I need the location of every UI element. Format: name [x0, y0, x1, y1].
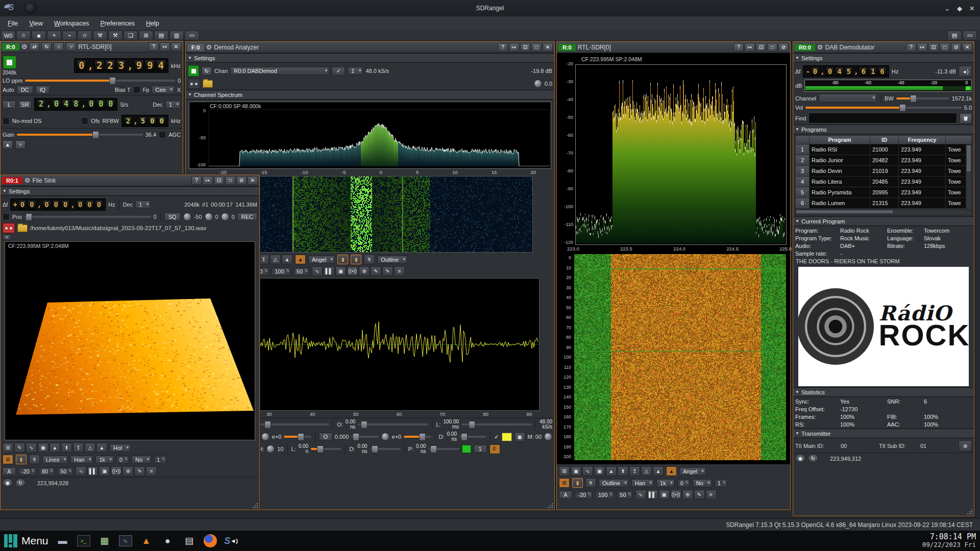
pos-checkbox[interactable] — [3, 213, 10, 220]
trace-ofs-exp-slider[interactable] — [404, 436, 431, 438]
offset-slider[interactable] — [358, 423, 428, 425]
spectrogram-3d[interactable] — [6, 242, 254, 439]
expand-icon[interactable]: □ — [225, 176, 235, 185]
sink-overlap-spin[interactable]: 0 — [116, 456, 129, 464]
apply-channel-button[interactable]: ✓ — [332, 67, 345, 76]
close-icon[interactable]: ✕ — [171, 42, 181, 51]
sink-level-spin[interactable]: 50 — [57, 467, 73, 475]
center-icon[interactable]: ⊕ — [359, 266, 370, 276]
help-icon[interactable]: ? — [191, 176, 202, 185]
system-monitor-launcher-icon[interactable]: ∿ — [119, 535, 132, 546]
curve-icon[interactable]: ∿ — [312, 266, 323, 276]
sink-fft-select[interactable]: 1k — [95, 456, 114, 464]
spec-truncate-icon[interactable]: ⅊ — [585, 478, 596, 488]
markers-icon[interactable]: ≡ — [394, 266, 405, 276]
sink-window-select[interactable]: Han — [70, 456, 93, 464]
pause-icon[interactable]: ▌▌ — [647, 490, 658, 499]
sink-style-select[interactable]: Lines — [42, 456, 68, 464]
waterfall-icon[interactable]: ⬆ — [61, 443, 72, 453]
both-icon[interactable]: ↥ — [258, 255, 269, 264]
save-icon[interactable]: ▣ — [659, 490, 670, 499]
table-hscrollbar[interactable] — [795, 209, 972, 215]
popout-icon[interactable]: ↦ — [160, 42, 170, 51]
clock[interactable]: 7:08:14 PM 09/22/2023 Fri — [922, 533, 976, 548]
shrink-icon[interactable]: ⊡ — [756, 43, 766, 52]
transverter-button[interactable]: X — [177, 87, 181, 93]
squelch-knob[interactable] — [183, 213, 191, 221]
reload-icon[interactable]: ↻ — [41, 42, 52, 51]
length-slider[interactable] — [461, 423, 532, 425]
colormap-select[interactable]: Angel — [308, 256, 335, 264]
sink-avgcount-spin[interactable]: 1 — [154, 456, 166, 464]
trace-ofs-button[interactable]: O — [319, 433, 332, 441]
max-icon[interactable]: ▲ — [96, 443, 107, 453]
trace-ofs-slider[interactable] — [351, 436, 378, 438]
cell[interactable]: 21000 — [870, 144, 899, 155]
file-archiver-icon[interactable]: ▤ — [182, 534, 197, 548]
select-file-icon[interactable] — [17, 224, 28, 232]
table-row[interactable]: 5Radio Pyramida20995223.949Towe — [796, 187, 972, 198]
center-frequency-dial[interactable]: 0,223,994 — [74, 58, 168, 73]
nomod-checkbox[interactable] — [3, 117, 10, 124]
record-folder-icon[interactable] — [203, 80, 213, 88]
broadcast-icon[interactable]: ((•)) — [111, 466, 121, 476]
center-icon[interactable]: ⊕ — [682, 490, 693, 499]
main-waterfall[interactable] — [574, 254, 786, 460]
tii-map-icon[interactable]: ⊕ — [959, 440, 972, 452]
row-number[interactable]: 1 — [796, 144, 810, 155]
sink-ref-spin[interactable]: -20 — [18, 467, 36, 475]
cell[interactable]: 21019 — [870, 166, 899, 177]
gradient-toggle-icon[interactable]: ▮ — [351, 255, 361, 264]
cell[interactable]: Radio RSI — [810, 144, 870, 155]
graph-icon[interactable]: ⑂ — [66, 42, 76, 51]
cell[interactable]: 20995 — [870, 187, 899, 198]
popout-icon[interactable]: ↦ — [509, 43, 519, 52]
decimation-select[interactable]: 1 — [165, 101, 181, 109]
cell[interactable]: Radio Devin — [810, 166, 870, 177]
bw-slider[interactable] — [896, 97, 949, 99]
time-slider[interactable] — [259, 423, 329, 425]
channel-spectrum-plot[interactable] — [209, 109, 550, 166]
mimo-device-icon[interactable]: ⍾ — [78, 31, 92, 40]
spectrum-titlebar[interactable]: R:0 RTL-SDR[0] ?↦⊡□⊘ — [557, 42, 790, 53]
sr-button[interactable]: SR — [18, 101, 32, 109]
brush-icon[interactable]: ✎ — [371, 266, 381, 276]
spec-style-select[interactable]: Outline — [599, 479, 629, 487]
main-spectrum-plot[interactable] — [576, 65, 785, 243]
grid-toggle-icon[interactable]: ▮ — [337, 255, 348, 264]
black-icon[interactable]: ▣ — [38, 443, 48, 453]
trigger-one-shot-button[interactable]: 1 — [474, 445, 487, 453]
decim-select[interactable]: 1 — [348, 67, 363, 75]
trigger-freerun-button[interactable]: F — [489, 444, 500, 454]
center-freq-icon[interactable]: ◉ — [3, 479, 13, 487]
trigger-holdoff-knob[interactable] — [266, 445, 275, 453]
save-icon[interactable]: ▣ — [335, 266, 346, 276]
cell[interactable]: 20482 — [870, 155, 899, 166]
terminal-launcher-icon[interactable]: >_ — [77, 535, 90, 546]
stack-windows-icon[interactable]: ▤ — [947, 31, 962, 40]
table-row[interactable]: 6Radio Lumen21315223.949Towe — [796, 198, 972, 209]
truncate-icon[interactable]: ⅊ — [364, 255, 375, 264]
trace-delay-slider[interactable] — [459, 436, 486, 438]
pencil-icon[interactable]: ✎ — [134, 466, 145, 476]
cell[interactable]: Radio Litera — [810, 177, 870, 187]
help-icon[interactable]: ? — [906, 43, 916, 52]
trigger-delay-slider[interactable] — [370, 448, 401, 450]
row-number[interactable]: 2 — [796, 155, 810, 166]
star-icon[interactable]: ☆ — [16, 31, 31, 40]
hide-icon[interactable]: ⊘ — [951, 43, 961, 52]
dab-delta-f-dial[interactable]: -0,045,616 — [803, 65, 889, 78]
cell[interactable]: 20485 — [870, 177, 899, 187]
lo-ppm-slider[interactable] — [25, 80, 175, 82]
peak-icon[interactable]: △ — [641, 466, 652, 476]
cell[interactable]: 223.949 — [899, 155, 946, 166]
stop-all-icon[interactable]: ■ — [32, 31, 46, 40]
cut-icon[interactable]: ∿ — [26, 443, 37, 453]
graph-small-icon[interactable]: ⑂ — [15, 140, 26, 149]
programs-section[interactable]: Programs — [793, 124, 974, 134]
settings-gear-icon[interactable]: ⚙ — [24, 177, 31, 184]
ball-app-icon[interactable]: ● — [161, 534, 175, 548]
settings-gear-icon[interactable]: ⚙ — [206, 43, 212, 51]
broadcast-icon[interactable]: ((•)) — [671, 490, 681, 499]
iq-button[interactable]: IQ — [36, 86, 50, 94]
